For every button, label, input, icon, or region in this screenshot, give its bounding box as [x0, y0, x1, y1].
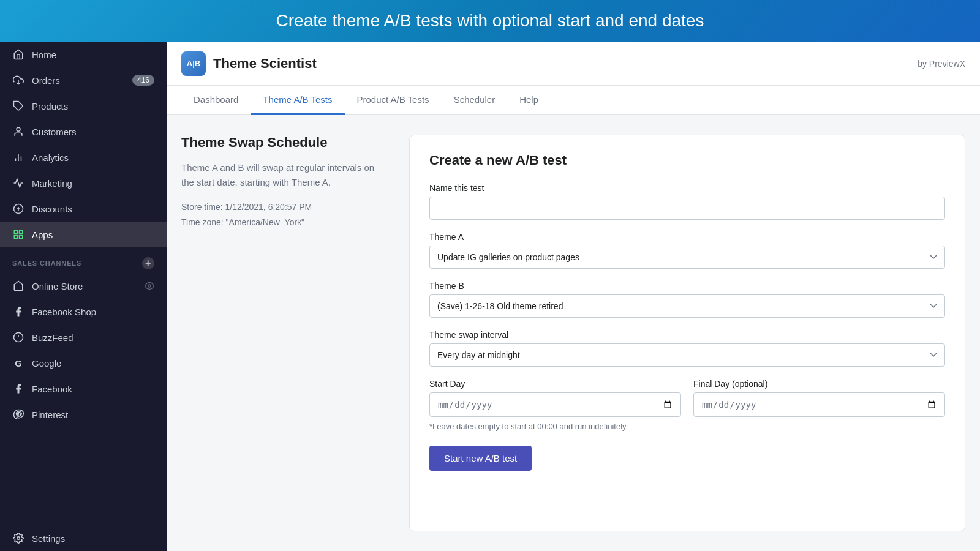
marketing-icon	[12, 177, 24, 189]
tab-scheduler[interactable]: Scheduler	[442, 86, 508, 115]
add-sales-channel-button[interactable]: +	[142, 257, 154, 269]
sidebar: Home Orders 416 Products	[0, 42, 167, 551]
store-time: Store time: 1/12/2021, 6:20:57 PM	[181, 200, 390, 215]
sidebar-label-pinterest: Pinterest	[32, 410, 68, 420]
settings-icon	[12, 532, 24, 544]
start-button-label: Start new A/B test	[444, 453, 517, 463]
theme-b-label: Theme B	[429, 281, 945, 291]
sidebar-label-buzzfeed: BuzzFeed	[32, 332, 74, 343]
sidebar-item-pinterest[interactable]: Pinterest	[0, 402, 167, 427]
online-store-icon	[12, 280, 24, 292]
facebook-shop-icon	[12, 305, 24, 318]
start-day-label: Start Day	[429, 379, 681, 389]
start-day-group: Start Day	[429, 379, 681, 417]
timezone: Time zone: "America/New_York"	[181, 215, 390, 230]
sidebar-item-discounts[interactable]: Discounts	[0, 196, 167, 222]
name-input[interactable]	[429, 197, 945, 220]
theme-a-label: Theme A	[429, 232, 945, 242]
sidebar-label-settings: Settings	[32, 533, 65, 544]
date-note: *Leave dates empty to start at 00:00 and…	[429, 422, 945, 431]
interval-select[interactable]: Every day at midnight	[429, 343, 945, 367]
sales-channels-label: SALES CHANNELS	[12, 260, 81, 267]
facebook-icon	[12, 383, 24, 395]
sidebar-item-marketing[interactable]: Marketing	[0, 170, 167, 196]
theme-b-select[interactable]: (Save) 1-26-18 Old theme retired	[429, 294, 945, 318]
sidebar-item-facebook-shop[interactable]: Facebook Shop	[0, 299, 167, 324]
svg-rect-10	[14, 236, 17, 239]
final-day-label: Final Day (optional)	[693, 379, 945, 389]
home-icon	[12, 48, 24, 61]
final-day-group: Final Day (optional)	[693, 379, 945, 417]
sidebar-item-orders[interactable]: Orders 416	[0, 67, 167, 93]
products-icon	[12, 100, 24, 112]
svg-rect-7	[14, 230, 17, 233]
apps-icon	[12, 228, 24, 241]
sidebar-label-analytics: Analytics	[32, 152, 69, 163]
sales-channels-header: SALES CHANNELS +	[0, 247, 167, 273]
sidebar-item-settings[interactable]: Settings	[0, 525, 167, 551]
content-area: A|B Theme Scientist by PreviewX Dashboar…	[167, 42, 980, 551]
form-panel: Create a new A/B test Name this test The…	[409, 135, 965, 531]
sidebar-label-products: Products	[32, 101, 68, 111]
sidebar-label-marketing: Marketing	[32, 178, 72, 189]
sidebar-label-discounts: Discounts	[32, 204, 72, 214]
sidebar-item-online-store[interactable]: Online Store	[0, 273, 167, 299]
interval-group: Theme swap interval Every day at midnigh…	[429, 330, 945, 367]
tab-product-ab-tests[interactable]: Product A/B Tests	[345, 86, 442, 115]
orders-badge: 416	[132, 75, 154, 86]
date-row: Start Day Final Day (optional)	[429, 379, 945, 417]
discounts-icon	[12, 203, 24, 215]
main-content: Theme Swap Schedule Theme A and B will s…	[167, 115, 980, 551]
sidebar-item-customers[interactable]: Customers	[0, 119, 167, 144]
tabs-bar: Dashboard Theme A/B Tests Product A/B Te…	[167, 86, 980, 115]
sidebar-item-home[interactable]: Home	[0, 42, 167, 67]
store-info: Store time: 1/12/2021, 6:20:57 PM Time z…	[181, 200, 390, 230]
sidebar-item-apps[interactable]: Apps	[0, 222, 167, 247]
svg-point-15	[17, 537, 20, 540]
final-day-input[interactable]	[693, 392, 945, 417]
sidebar-label-online-store: Online Store	[32, 281, 83, 291]
theme-a-group: Theme A Update IG galleries on product p…	[429, 232, 945, 269]
tab-dashboard[interactable]: Dashboard	[181, 86, 251, 115]
orders-icon	[12, 74, 24, 86]
tab-help[interactable]: Help	[507, 86, 551, 115]
sidebar-item-buzzfeed[interactable]: BuzzFeed	[0, 324, 167, 350]
tab-theme-ab-tests[interactable]: Theme A/B Tests	[251, 86, 344, 115]
name-label: Name this test	[429, 183, 945, 193]
pinterest-icon	[12, 408, 24, 421]
sidebar-label-home: Home	[32, 50, 56, 60]
app-title: Theme Scientist	[213, 56, 317, 72]
left-panel-description: Theme A and B will swap at regular inter…	[181, 160, 390, 190]
sidebar-label-customers: Customers	[32, 127, 77, 137]
sidebar-label-apps: Apps	[32, 230, 53, 240]
sidebar-bottom: Settings	[0, 525, 167, 551]
sidebar-label-google: Google	[32, 358, 61, 369]
sidebar-label-orders: Orders	[32, 75, 60, 86]
start-day-input[interactable]	[429, 392, 681, 417]
top-banner: Create theme A/B tests with optional sta…	[0, 0, 980, 42]
form-title: Create a new A/B test	[429, 152, 945, 168]
app-header: A|B Theme Scientist by PreviewX	[167, 42, 980, 86]
name-group: Name this test	[429, 183, 945, 220]
analytics-icon	[12, 151, 24, 163]
theme-a-select[interactable]: Update IG galleries on product pages	[429, 246, 945, 269]
sidebar-item-analytics[interactable]: Analytics	[0, 144, 167, 170]
theme-b-group: Theme B (Save) 1-26-18 Old theme retired	[429, 281, 945, 318]
banner-text: Create theme A/B tests with optional sta…	[276, 11, 704, 30]
sidebar-label-facebook-shop: Facebook Shop	[32, 307, 96, 317]
left-panel-title: Theme Swap Schedule	[181, 135, 390, 151]
left-panel: Theme Swap Schedule Theme A and B will s…	[181, 135, 390, 531]
eye-icon[interactable]	[145, 281, 154, 291]
svg-point-11	[148, 285, 151, 287]
customers-icon	[12, 126, 24, 138]
svg-point-2	[17, 127, 20, 131]
start-ab-test-button[interactable]: Start new A/B test	[429, 446, 532, 471]
sidebar-item-facebook[interactable]: Facebook	[0, 376, 167, 402]
sidebar-item-products[interactable]: Products	[0, 93, 167, 119]
sidebar-label-facebook: Facebook	[32, 384, 72, 394]
app-logo-text: A|B	[187, 59, 200, 68]
sidebar-item-google[interactable]: G Google	[0, 350, 167, 376]
svg-rect-8	[20, 230, 23, 233]
svg-rect-9	[20, 236, 23, 239]
app-logo: A|B	[181, 51, 206, 76]
